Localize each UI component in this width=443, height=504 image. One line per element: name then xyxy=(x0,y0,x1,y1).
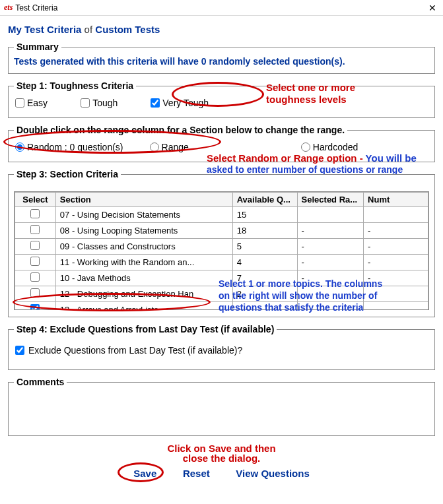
easy-checkbox-input[interactable] xyxy=(15,98,24,108)
step1-box: Step 1: Toughness Criteria Easy Tough Ve… xyxy=(8,80,435,118)
range-label: Range xyxy=(162,142,189,152)
row-section: 09 - Classes and Constructors xyxy=(55,239,232,255)
row-nt: - xyxy=(364,255,428,270)
row-nt: - xyxy=(364,239,428,255)
annot-toughness-2: toughness levels xyxy=(266,94,347,105)
table-header-row: Select Section Available Q... Selected R… xyxy=(15,193,428,207)
col-selra: Selected Ra... xyxy=(297,193,364,207)
step4-box: Step 4: Exclude Questions from Last Day … xyxy=(8,324,435,370)
header-suffix: Custom Tests xyxy=(95,24,160,35)
very-tough-checkbox[interactable]: Very Tough xyxy=(151,98,209,108)
annot-topics-2: on the right will show the number of xyxy=(219,290,377,301)
row-section: 07 - Using Decision Statements xyxy=(55,207,232,223)
table-row[interactable]: 07 - Using Decision Statements15 xyxy=(15,207,428,223)
reset-button[interactable]: Reset xyxy=(180,465,213,482)
window-title: Test Criteria xyxy=(15,3,57,13)
row-checkbox[interactable] xyxy=(30,272,40,282)
row-nt xyxy=(364,207,428,223)
col-numt: Numt xyxy=(364,193,428,207)
col-section: Section xyxy=(55,193,232,207)
row-checkbox[interactable] xyxy=(30,304,40,309)
row-avail: 4 xyxy=(232,255,297,270)
step2-box: Double click on the range column for a S… xyxy=(8,125,435,162)
very-tough-label: Very Tough xyxy=(162,98,209,108)
row-avail: 18 xyxy=(232,223,297,239)
row-checkbox[interactable] xyxy=(30,257,40,266)
very-tough-checkbox-input[interactable] xyxy=(151,98,160,108)
hardcoded-radio[interactable]: Hardcoded xyxy=(301,142,358,152)
row-ra xyxy=(297,207,364,223)
tough-checkbox-input[interactable] xyxy=(81,98,90,108)
col-avail: Available Q... xyxy=(232,193,297,207)
range-radio-input[interactable] xyxy=(150,142,159,152)
row-section: 13 - Arrays and ArrayLists xyxy=(55,302,232,310)
comments-legend: Comments xyxy=(14,377,67,387)
row-nt xyxy=(364,302,428,310)
step3-box: Step 3: Section Criteria Select Section … xyxy=(8,169,435,317)
step4-legend: Step 4: Exclude Questions from Last Day … xyxy=(14,324,277,334)
exclude-checkbox-input[interactable] xyxy=(15,346,24,355)
row-ra: - xyxy=(297,239,364,255)
summary-legend: Summary xyxy=(14,42,61,52)
row-checkbox[interactable] xyxy=(30,225,40,234)
row-section: 08 - Using Looping Statements xyxy=(55,223,232,239)
row-section: 11 - Working with the Random an... xyxy=(55,255,232,270)
step1-legend: Step 1: Toughness Criteria xyxy=(14,80,136,91)
save-button[interactable]: Save xyxy=(131,465,159,482)
annot-random-red: Select Random or Range option - You will… xyxy=(207,152,417,164)
easy-checkbox[interactable]: Easy xyxy=(15,98,48,108)
summary-text: Tests generated with this criteria will … xyxy=(14,56,429,67)
exclude-label: Exclude Questions from Last Day Test (if… xyxy=(28,345,242,356)
range-radio[interactable]: Range xyxy=(150,142,189,152)
row-checkbox[interactable] xyxy=(30,288,40,298)
row-section: 10 - Java Methods xyxy=(55,270,232,286)
app-logo: ets xyxy=(4,3,13,13)
tough-checkbox[interactable]: Tough xyxy=(81,98,118,108)
exclude-checkbox[interactable]: Exclude Questions from Last Day Test (if… xyxy=(14,338,429,362)
row-avail: 15 xyxy=(232,207,297,223)
random-label: Random : 0 question(s) xyxy=(27,142,123,152)
annot-save-2: close the dialog. xyxy=(8,453,435,464)
row-nt: - xyxy=(364,223,428,239)
row-ra: - xyxy=(297,223,364,239)
annot-toughness-1: Select one or more xyxy=(266,82,355,93)
col-select: Select xyxy=(15,193,56,207)
step2-legend: Double click on the range column for a S… xyxy=(14,125,347,135)
table-row[interactable]: 08 - Using Looping Statements18-- xyxy=(15,223,428,239)
row-ra: - xyxy=(297,255,364,270)
table-row[interactable]: 09 - Classes and Constructors5-- xyxy=(15,239,428,255)
comments-box: Comments xyxy=(8,377,435,436)
row-checkbox[interactable] xyxy=(30,209,40,218)
annot-topics-3: questions that satisfy the criteria xyxy=(219,302,363,313)
view-questions-button[interactable]: View Questions xyxy=(233,465,312,482)
tough-label: Tough xyxy=(92,98,118,108)
table-row[interactable]: 11 - Working with the Random an...4-- xyxy=(15,255,428,270)
page-title: My Test Criteria of Custom Tests xyxy=(8,24,435,35)
row-section: 12 - Debugging and Exception Han xyxy=(55,286,232,302)
close-icon[interactable]: ✕ xyxy=(426,3,439,13)
easy-label: Easy xyxy=(27,98,48,108)
row-avail: 5 xyxy=(232,239,297,255)
summary-box: Summary Tests generated with this criter… xyxy=(8,42,435,74)
header-of: of xyxy=(85,24,93,35)
hardcoded-radio-input[interactable] xyxy=(301,142,310,152)
row-checkbox[interactable] xyxy=(30,241,40,250)
hardcoded-label: Hardcoded xyxy=(313,142,358,152)
step3-legend: Step 3: Section Criteria xyxy=(14,169,121,179)
annot-topics-1: Select 1 or more topics. The columns xyxy=(219,278,382,289)
random-radio-input[interactable] xyxy=(15,142,24,152)
header-prefix: My Test Criteria xyxy=(8,24,81,35)
random-radio[interactable]: Random : 0 question(s) xyxy=(15,142,123,152)
